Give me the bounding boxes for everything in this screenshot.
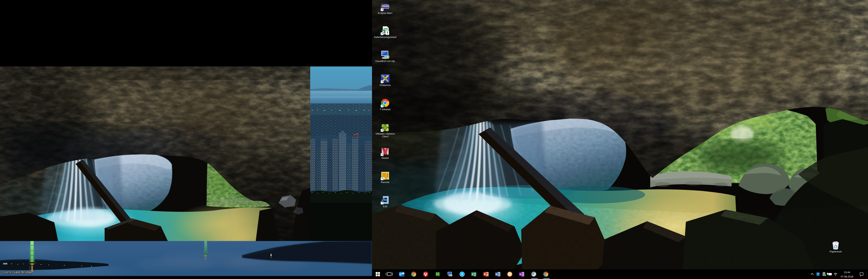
svg-text:N: N xyxy=(520,273,521,276)
svg-text:07.08.2018: 07.08.2018 xyxy=(841,275,853,278)
svg-text:W: W xyxy=(495,273,498,276)
svg-text:S: S xyxy=(461,273,463,276)
svg-text:15:44: 15:44 xyxy=(844,271,850,274)
svg-text:P: P xyxy=(484,273,486,276)
